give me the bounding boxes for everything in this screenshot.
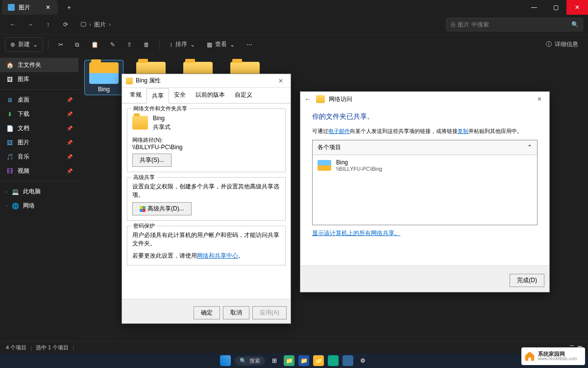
advanced-sharing-fieldset: 高级共享 设置自定义权限，创建多个共享，并设置其他高级共享选项。 高级共享(D)…: [127, 177, 286, 221]
sort-button[interactable]: ↕ 排序 ⌄: [165, 37, 200, 52]
paste-button[interactable]: 📋: [86, 37, 103, 52]
window-tab[interactable]: 图片 ✕: [2, 0, 58, 15]
email-link[interactable]: 电子邮件: [328, 128, 350, 134]
share-button[interactable]: 共享(S)...: [132, 154, 172, 167]
plus-circle-icon: ⊕: [10, 41, 15, 48]
items-header[interactable]: 各个项目 ⌃: [313, 140, 537, 155]
pin-icon: 📌: [67, 111, 73, 117]
cancel-button[interactable]: 取消: [223, 306, 249, 319]
advanced-share-button[interactable]: 高级共享(D)...: [132, 202, 192, 215]
more-button[interactable]: ⋯: [242, 37, 257, 52]
chevron-right-icon: ›: [6, 189, 7, 194]
dialog-header: 网络访问: [329, 95, 352, 104]
item-path: \\BILLYFU-PC\Bing: [336, 166, 382, 172]
network-center-link[interactable]: 网络和共享中心: [197, 252, 238, 259]
taskbar-app[interactable]: 📁: [298, 355, 309, 366]
minimize-button[interactable]: —: [523, 0, 545, 15]
breadcrumb[interactable]: 🖵 › 图片 ›: [80, 21, 111, 29]
show-all-shares-link[interactable]: 显示该计算机上的所有网络共享。: [312, 230, 400, 237]
sort-icon: ↕: [170, 41, 172, 48]
home-icon: 🏠: [6, 61, 14, 69]
close-tab-icon[interactable]: ✕: [44, 3, 52, 11]
details-button[interactable]: ⓘ 详细信息: [541, 37, 583, 52]
done-button[interactable]: 完成(D): [510, 274, 544, 287]
store-icon[interactable]: [343, 355, 353, 366]
tab-general[interactable]: 常规: [125, 88, 147, 103]
folder-bing[interactable]: Bing: [84, 60, 123, 95]
up-button[interactable]: ↑: [40, 17, 56, 32]
taskbar-app[interactable]: 📁: [284, 355, 294, 366]
tab-custom[interactable]: 自定义: [230, 88, 257, 103]
more-icon: ⋯: [246, 41, 252, 48]
back-button[interactable]: ←: [5, 17, 21, 32]
sidebar-item-network[interactable]: › 🌐 网络: [0, 199, 78, 213]
tab-security[interactable]: 安全: [169, 88, 191, 103]
close-window-button[interactable]: ✕: [566, 0, 588, 15]
shared-items-box: 各个项目 ⌃ Bing \\BILLYFU-PC\Bing: [312, 140, 538, 225]
documents-icon: 📄: [6, 125, 14, 132]
close-dialog-button[interactable]: ✕: [275, 76, 287, 86]
back-button[interactable]: ←: [304, 95, 311, 103]
dialog-body: 你的文件夹已共享。 可通过电子邮件向某个人发送到这些共享项的链接，或将链接复制并…: [300, 106, 549, 243]
sidebar-item-desktop[interactable]: 🖥 桌面 📌: [0, 93, 78, 107]
clipboard-icon: 📋: [91, 41, 98, 48]
share-button[interactable]: ⇪: [122, 37, 137, 52]
sidebar-item-home[interactable]: 🏠 主文件夹: [0, 58, 78, 72]
refresh-button[interactable]: ⟳: [58, 17, 74, 32]
file-explorer-icon[interactable]: 📁: [313, 355, 324, 366]
trash-icon: 🗑: [144, 41, 149, 48]
dialog-title-bar[interactable]: Bing 属性 ✕: [122, 74, 291, 88]
copy-button[interactable]: ⧉: [70, 37, 84, 52]
view-icon: ▦: [207, 41, 212, 48]
password-protection-fieldset: 密码保护 用户必须具有此计算机的用户帐户和密码，才能访问共享文件夹。 若要更改此…: [127, 226, 286, 265]
toolbar: ⊕ 新建 ⌄ ✂ ⧉ 📋 ✎ ⇪ 🗑 ↕ 排序 ⌄ ▦ 查看 ⌄ ⋯ ⓘ 详细信…: [0, 34, 588, 54]
folder-icon: [89, 62, 119, 84]
maximize-button[interactable]: ▢: [545, 0, 566, 15]
sidebar-item-gallery[interactable]: 🖼 图库: [0, 72, 78, 86]
forward-button[interactable]: →: [23, 17, 38, 32]
cut-button[interactable]: ✂: [53, 37, 68, 52]
share-icon: ⇪: [127, 41, 132, 48]
status-bar: 4 个项目 | 选中 1 个项目 | ☰ ▦: [0, 342, 588, 353]
sidebar-item-videos[interactable]: 🎞 视频 📌: [0, 164, 78, 178]
start-button[interactable]: [220, 355, 231, 366]
new-button[interactable]: ⊕ 新建 ⌄: [5, 37, 43, 52]
dialog-title: Bing 属性: [136, 77, 161, 85]
dialog-footer: 确定 取消 应用(A): [122, 299, 291, 323]
edge-icon[interactable]: [328, 355, 339, 366]
rename-button[interactable]: ✎: [105, 37, 120, 52]
delete-button[interactable]: 🗑: [139, 37, 154, 52]
network-sharing-fieldset: 网络文件和文件夹共享 Bing 共享式 网络路径(N): \\BILLYFU-P…: [127, 108, 286, 172]
apply-button[interactable]: 应用(A): [252, 306, 287, 319]
close-dialog-button[interactable]: ✕: [534, 94, 545, 104]
taskbar-search[interactable]: 🔍 搜索: [235, 356, 265, 366]
view-button[interactable]: ▦ 查看 ⌄: [202, 37, 240, 52]
rename-icon: ✎: [110, 41, 115, 48]
fieldset-legend: 密码保护: [131, 222, 157, 230]
chevron-right-icon: ›: [89, 21, 91, 28]
folder-icon: [316, 95, 325, 103]
ok-button[interactable]: 确定: [194, 306, 220, 319]
sidebar-item-documents[interactable]: 📄 文档 📌: [0, 121, 78, 135]
download-icon: ⬇: [6, 110, 14, 118]
sidebar-item-pictures[interactable]: 🖼 图片 📌: [0, 135, 78, 150]
title-bar: 图片 ✕ ＋ — ▢ ✕: [0, 0, 588, 15]
shared-heading: 你的文件夹已共享。: [312, 112, 538, 121]
sidebar-item-thispc[interactable]: › 💻 此电脑: [0, 184, 78, 199]
copy-link[interactable]: 复制: [458, 128, 468, 134]
video-icon: 🎞: [6, 167, 14, 175]
search-input[interactable]: 在 图片 中搜索 🔍: [446, 18, 583, 31]
tab-share[interactable]: 共享: [147, 88, 169, 104]
dialog-body: 网络文件和文件夹共享 Bing 共享式 网络路径(N): \\BILLYFU-P…: [122, 104, 291, 275]
shared-item-row[interactable]: Bing \\BILLYFU-PC\Bing: [313, 155, 537, 176]
pictures-icon: 🖼: [6, 139, 14, 147]
new-tab-button[interactable]: ＋: [62, 0, 76, 15]
task-view-icon[interactable]: ⊞: [269, 355, 280, 366]
breadcrumb-item[interactable]: 图片: [94, 21, 106, 29]
settings-icon[interactable]: ⚙: [357, 355, 368, 366]
sidebar-item-music[interactable]: 🎵 音乐 📌: [0, 150, 78, 164]
sidebar-item-downloads[interactable]: ⬇ 下载 📌: [0, 107, 78, 121]
search-icon: 🔍: [240, 358, 246, 364]
tab-prev-versions[interactable]: 以前的版本: [191, 88, 230, 103]
pin-icon: 📌: [67, 154, 73, 159]
